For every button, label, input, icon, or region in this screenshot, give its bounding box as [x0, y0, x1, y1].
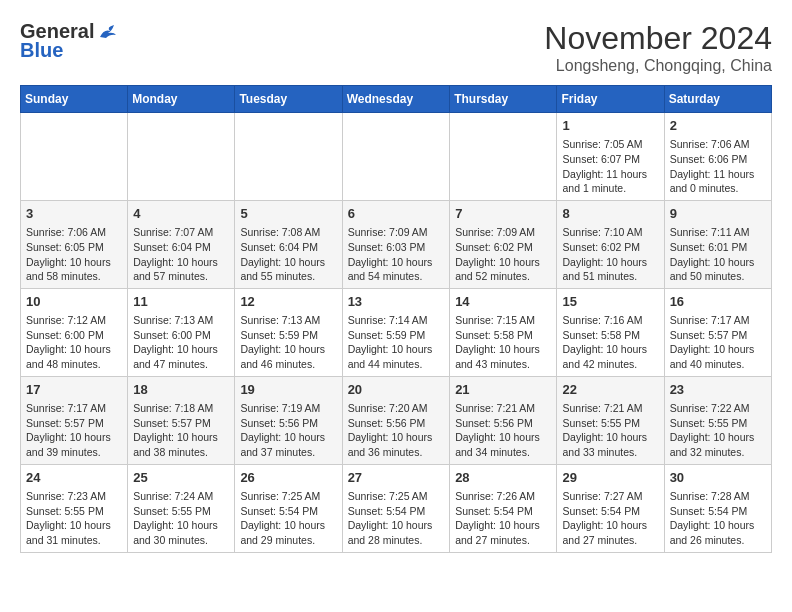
day-info: Sunrise: 7:14 AM Sunset: 5:59 PM Dayligh… [348, 314, 433, 370]
day-info: Sunrise: 7:07 AM Sunset: 6:04 PM Dayligh… [133, 226, 218, 282]
calendar-table: SundayMondayTuesdayWednesdayThursdayFrid… [20, 85, 772, 553]
day-info: Sunrise: 7:12 AM Sunset: 6:00 PM Dayligh… [26, 314, 111, 370]
day-info: Sunrise: 7:11 AM Sunset: 6:01 PM Dayligh… [670, 226, 755, 282]
day-number: 13 [348, 293, 445, 311]
calendar-cell: 21Sunrise: 7:21 AM Sunset: 5:56 PM Dayli… [450, 376, 557, 464]
calendar-cell: 24Sunrise: 7:23 AM Sunset: 5:55 PM Dayli… [21, 464, 128, 552]
week-row-3: 17Sunrise: 7:17 AM Sunset: 5:57 PM Dayli… [21, 376, 772, 464]
day-number: 18 [133, 381, 229, 399]
logo-blue: Blue [20, 39, 63, 62]
calendar-cell [450, 113, 557, 201]
day-number: 16 [670, 293, 766, 311]
calendar-cell: 27Sunrise: 7:25 AM Sunset: 5:54 PM Dayli… [342, 464, 450, 552]
page-header: General Blue November 2024 Longsheng, Ch… [20, 20, 772, 75]
day-info: Sunrise: 7:21 AM Sunset: 5:56 PM Dayligh… [455, 402, 540, 458]
day-info: Sunrise: 7:06 AM Sunset: 6:06 PM Dayligh… [670, 138, 755, 194]
day-info: Sunrise: 7:13 AM Sunset: 6:00 PM Dayligh… [133, 314, 218, 370]
calendar-cell: 13Sunrise: 7:14 AM Sunset: 5:59 PM Dayli… [342, 288, 450, 376]
day-number: 12 [240, 293, 336, 311]
day-info: Sunrise: 7:26 AM Sunset: 5:54 PM Dayligh… [455, 490, 540, 546]
calendar-cell [235, 113, 342, 201]
header-day-saturday: Saturday [664, 86, 771, 113]
calendar-cell: 17Sunrise: 7:17 AM Sunset: 5:57 PM Dayli… [21, 376, 128, 464]
header-day-monday: Monday [128, 86, 235, 113]
header-day-friday: Friday [557, 86, 664, 113]
day-number: 6 [348, 205, 445, 223]
header-day-thursday: Thursday [450, 86, 557, 113]
title-area: November 2024 Longsheng, Chongqing, Chin… [544, 20, 772, 75]
calendar-cell: 14Sunrise: 7:15 AM Sunset: 5:58 PM Dayli… [450, 288, 557, 376]
calendar-cell: 11Sunrise: 7:13 AM Sunset: 6:00 PM Dayli… [128, 288, 235, 376]
day-number: 29 [562, 469, 658, 487]
calendar-cell: 18Sunrise: 7:18 AM Sunset: 5:57 PM Dayli… [128, 376, 235, 464]
calendar-cell [21, 113, 128, 201]
day-info: Sunrise: 7:09 AM Sunset: 6:03 PM Dayligh… [348, 226, 433, 282]
day-info: Sunrise: 7:05 AM Sunset: 6:07 PM Dayligh… [562, 138, 647, 194]
day-number: 17 [26, 381, 122, 399]
calendar-cell: 3Sunrise: 7:06 AM Sunset: 6:05 PM Daylig… [21, 200, 128, 288]
calendar-header-row: SundayMondayTuesdayWednesdayThursdayFrid… [21, 86, 772, 113]
day-info: Sunrise: 7:15 AM Sunset: 5:58 PM Dayligh… [455, 314, 540, 370]
day-number: 14 [455, 293, 551, 311]
day-number: 28 [455, 469, 551, 487]
calendar-cell: 2Sunrise: 7:06 AM Sunset: 6:06 PM Daylig… [664, 113, 771, 201]
calendar-cell: 25Sunrise: 7:24 AM Sunset: 5:55 PM Dayli… [128, 464, 235, 552]
day-number: 11 [133, 293, 229, 311]
day-number: 8 [562, 205, 658, 223]
calendar-cell: 29Sunrise: 7:27 AM Sunset: 5:54 PM Dayli… [557, 464, 664, 552]
day-info: Sunrise: 7:16 AM Sunset: 5:58 PM Dayligh… [562, 314, 647, 370]
day-number: 27 [348, 469, 445, 487]
calendar-cell: 6Sunrise: 7:09 AM Sunset: 6:03 PM Daylig… [342, 200, 450, 288]
day-info: Sunrise: 7:25 AM Sunset: 5:54 PM Dayligh… [348, 490, 433, 546]
day-number: 21 [455, 381, 551, 399]
header-day-wednesday: Wednesday [342, 86, 450, 113]
calendar-cell: 16Sunrise: 7:17 AM Sunset: 5:57 PM Dayli… [664, 288, 771, 376]
calendar-cell: 28Sunrise: 7:26 AM Sunset: 5:54 PM Dayli… [450, 464, 557, 552]
day-info: Sunrise: 7:27 AM Sunset: 5:54 PM Dayligh… [562, 490, 647, 546]
day-number: 1 [562, 117, 658, 135]
day-number: 26 [240, 469, 336, 487]
calendar-body: 1Sunrise: 7:05 AM Sunset: 6:07 PM Daylig… [21, 113, 772, 553]
day-info: Sunrise: 7:28 AM Sunset: 5:54 PM Dayligh… [670, 490, 755, 546]
calendar-cell: 22Sunrise: 7:21 AM Sunset: 5:55 PM Dayli… [557, 376, 664, 464]
day-info: Sunrise: 7:13 AM Sunset: 5:59 PM Dayligh… [240, 314, 325, 370]
day-number: 23 [670, 381, 766, 399]
day-info: Sunrise: 7:21 AM Sunset: 5:55 PM Dayligh… [562, 402, 647, 458]
header-day-tuesday: Tuesday [235, 86, 342, 113]
day-info: Sunrise: 7:17 AM Sunset: 5:57 PM Dayligh… [26, 402, 111, 458]
calendar-cell: 20Sunrise: 7:20 AM Sunset: 5:56 PM Dayli… [342, 376, 450, 464]
day-number: 25 [133, 469, 229, 487]
calendar-cell: 1Sunrise: 7:05 AM Sunset: 6:07 PM Daylig… [557, 113, 664, 201]
calendar-cell: 5Sunrise: 7:08 AM Sunset: 6:04 PM Daylig… [235, 200, 342, 288]
day-number: 15 [562, 293, 658, 311]
week-row-4: 24Sunrise: 7:23 AM Sunset: 5:55 PM Dayli… [21, 464, 772, 552]
day-info: Sunrise: 7:22 AM Sunset: 5:55 PM Dayligh… [670, 402, 755, 458]
week-row-0: 1Sunrise: 7:05 AM Sunset: 6:07 PM Daylig… [21, 113, 772, 201]
logo-bird-icon [96, 23, 118, 41]
day-info: Sunrise: 7:06 AM Sunset: 6:05 PM Dayligh… [26, 226, 111, 282]
calendar-cell: 12Sunrise: 7:13 AM Sunset: 5:59 PM Dayli… [235, 288, 342, 376]
day-number: 30 [670, 469, 766, 487]
calendar-cell: 19Sunrise: 7:19 AM Sunset: 5:56 PM Dayli… [235, 376, 342, 464]
location: Longsheng, Chongqing, China [544, 57, 772, 75]
week-row-2: 10Sunrise: 7:12 AM Sunset: 6:00 PM Dayli… [21, 288, 772, 376]
day-info: Sunrise: 7:23 AM Sunset: 5:55 PM Dayligh… [26, 490, 111, 546]
calendar-cell: 4Sunrise: 7:07 AM Sunset: 6:04 PM Daylig… [128, 200, 235, 288]
day-info: Sunrise: 7:19 AM Sunset: 5:56 PM Dayligh… [240, 402, 325, 458]
day-number: 24 [26, 469, 122, 487]
logo: General Blue [20, 20, 118, 62]
day-info: Sunrise: 7:18 AM Sunset: 5:57 PM Dayligh… [133, 402, 218, 458]
calendar-cell [342, 113, 450, 201]
calendar-cell: 15Sunrise: 7:16 AM Sunset: 5:58 PM Dayli… [557, 288, 664, 376]
calendar-cell: 8Sunrise: 7:10 AM Sunset: 6:02 PM Daylig… [557, 200, 664, 288]
day-info: Sunrise: 7:20 AM Sunset: 5:56 PM Dayligh… [348, 402, 433, 458]
day-info: Sunrise: 7:08 AM Sunset: 6:04 PM Dayligh… [240, 226, 325, 282]
day-number: 19 [240, 381, 336, 399]
day-info: Sunrise: 7:10 AM Sunset: 6:02 PM Dayligh… [562, 226, 647, 282]
calendar-cell: 23Sunrise: 7:22 AM Sunset: 5:55 PM Dayli… [664, 376, 771, 464]
day-number: 20 [348, 381, 445, 399]
calendar-cell: 7Sunrise: 7:09 AM Sunset: 6:02 PM Daylig… [450, 200, 557, 288]
day-info: Sunrise: 7:25 AM Sunset: 5:54 PM Dayligh… [240, 490, 325, 546]
day-number: 9 [670, 205, 766, 223]
month-title: November 2024 [544, 20, 772, 57]
